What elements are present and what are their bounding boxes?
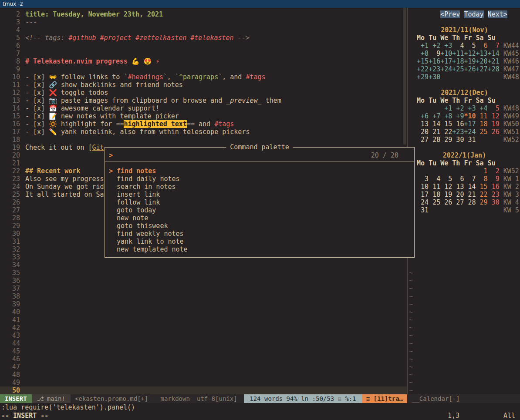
palette-item[interactable]: goto thisweek — [105, 222, 414, 230]
palette-item[interactable]: insert link — [105, 191, 414, 198]
calendar-day[interactable]: 31 — [417, 206, 429, 214]
editor-line[interactable]: 5<!-- tags: #github #project #zettelkast… — [0, 34, 407, 42]
calendar-day[interactable]: 6 — [452, 175, 464, 183]
editor-line[interactable]: 41 — [0, 316, 407, 324]
calendar-day[interactable]: +6 — [417, 112, 429, 120]
editor-line[interactable]: 3--- — [0, 18, 407, 26]
calendar-day[interactable]: 1 — [476, 167, 488, 175]
calendar-day[interactable]: +29 — [417, 73, 429, 81]
editor-line[interactable]: 17- [x] ✏️ yank notelink, also from wthi… — [0, 128, 407, 136]
editor-line[interactable]: 40 — [0, 308, 407, 316]
calendar-day[interactable]: +20 — [476, 57, 488, 65]
editor-line[interactable]: 44 — [0, 339, 407, 347]
calendar-day[interactable]: +17 — [440, 57, 452, 65]
editor-line[interactable]: 38 — [0, 292, 407, 300]
calendar-day[interactable]: 5 — [464, 42, 476, 50]
calendar-day[interactable]: +3 — [440, 42, 452, 50]
calendar-day[interactable]: 30 — [488, 198, 500, 206]
calendar-day[interactable]: 25 — [476, 128, 488, 136]
editor-line[interactable]: 10- [x] 👐 follow links to `#headings`, `… — [0, 73, 407, 81]
editor-line[interactable]: 11- [x] 🔗 show backlinks and friend note… — [0, 81, 407, 89]
editor-line[interactable]: 18 — [0, 136, 407, 144]
calendar-day[interactable]: 14 — [464, 183, 476, 191]
calendar-day[interactable]: +26 — [464, 65, 476, 73]
calendar-day[interactable]: +1 — [417, 42, 429, 50]
calendar-day[interactable]: 16 — [452, 120, 464, 128]
calendar-day[interactable]: 31 — [464, 136, 476, 144]
calendar-day[interactable]: *10 — [464, 112, 476, 120]
calendar-day[interactable]: 13 — [417, 120, 429, 128]
calendar-day[interactable]: +11 — [452, 50, 464, 57]
palette-item[interactable]: yank link to note — [105, 238, 414, 245]
calendar-day[interactable]: +12 — [464, 50, 476, 57]
calendar-day[interactable]: 11 — [476, 112, 488, 120]
calendar-day[interactable]: +15 — [417, 57, 429, 65]
calendar-day[interactable]: 20 — [452, 191, 464, 198]
calendar-day[interactable]: +14 — [488, 50, 500, 57]
calendar-day[interactable]: 19 — [440, 191, 452, 198]
editor-line[interactable]: 45 — [0, 347, 407, 355]
calendar-day[interactable]: +4 — [476, 104, 488, 112]
calendar-day[interactable]: +24 — [440, 65, 452, 73]
calendar-day[interactable]: 9 — [429, 50, 440, 57]
calendar-day[interactable]: +2 — [452, 104, 464, 112]
editor-line[interactable]: 13- [x] 📷 paste images from clipboard or… — [0, 97, 407, 104]
calendar-day[interactable]: 22 — [476, 191, 488, 198]
editor-line[interactable]: 6 — [0, 42, 407, 50]
calendar-day[interactable]: 3 — [417, 175, 429, 183]
calendar-day[interactable]: 16 — [488, 183, 500, 191]
editor-line[interactable]: 46 — [0, 355, 407, 363]
calendar-day[interactable]: 22 — [440, 128, 452, 136]
calendar-day[interactable]: 8 — [476, 175, 488, 183]
calendar-day[interactable]: 5 — [440, 175, 452, 183]
calendar-day[interactable]: +27 — [476, 65, 488, 73]
calendar-day[interactable]: 4 — [452, 42, 464, 50]
palette-item[interactable]: > find notes — [105, 167, 414, 175]
calendar-day[interactable]: 13 — [452, 183, 464, 191]
editor-line[interactable]: 47 — [0, 363, 407, 371]
editor-line[interactable]: 50 — [0, 386, 407, 394]
editor-line[interactable]: 48 — [0, 371, 407, 379]
calendar-day[interactable]: +23 — [429, 65, 440, 73]
editor-line[interactable]: 2title: Tuesday, November 23th, 2021 — [0, 10, 407, 18]
calendar-day[interactable]: +7 — [429, 112, 440, 120]
calendar-day[interactable]: 12 — [440, 183, 452, 191]
calendar-day[interactable]: 25 — [429, 198, 440, 206]
calendar-day[interactable]: 7 — [488, 42, 500, 50]
editor-line[interactable]: 14- [x] 📅 awesome calendar support! — [0, 104, 407, 112]
calendar-day[interactable]: 28 — [464, 198, 476, 206]
calendar-day[interactable]: +18 — [452, 57, 464, 65]
editor-line[interactable]: 9 — [0, 65, 407, 73]
calendar-day[interactable]: 6 — [476, 42, 488, 50]
calendar-day[interactable]: 28 — [429, 136, 440, 144]
calendar-day[interactable]: +21 — [488, 57, 500, 65]
editor-line[interactable]: 4 — [0, 26, 407, 34]
editor-line[interactable]: 15- [x] 📝 new notes with template picker — [0, 112, 407, 120]
editor-line[interactable]: 12- [x] ❌ toggle todos — [0, 89, 407, 97]
calendar-day[interactable]: 12 — [488, 112, 500, 120]
calendar-day[interactable]: 29 — [476, 198, 488, 206]
calendar-day[interactable]: 17 — [417, 191, 429, 198]
calendar-day[interactable]: 19 — [488, 120, 500, 128]
palette-item[interactable]: follow link — [105, 198, 414, 206]
calendar-day[interactable]: +16 — [429, 57, 440, 65]
calendar-day[interactable]: +23 — [452, 128, 464, 136]
editor-line[interactable]: 35 — [0, 269, 407, 277]
calendar-day[interactable]: 9 — [488, 175, 500, 183]
calendar-day[interactable]: +10 — [440, 50, 452, 57]
calendar-day[interactable]: +25 — [452, 65, 464, 73]
calendar-day[interactable]: 18 — [476, 120, 488, 128]
palette-item[interactable]: find weekly notes — [105, 230, 414, 238]
calendar-day[interactable]: +22 — [417, 65, 429, 73]
palette-item[interactable]: find daily notes — [105, 175, 414, 183]
calendar-day[interactable]: +8 — [440, 112, 452, 120]
palette-prompt-input[interactable]: > 20 / 20 — [105, 151, 414, 159]
calendar-day[interactable]: 21 — [429, 128, 440, 136]
calendar-day[interactable]: 30 — [452, 136, 464, 144]
calendar-day[interactable]: 27 — [452, 198, 464, 206]
calendar-day[interactable]: 18 — [429, 191, 440, 198]
calendar-day[interactable]: +17 — [464, 120, 476, 128]
calendar-day[interactable]: 15 — [476, 183, 488, 191]
calendar-day[interactable]: 26 — [440, 198, 452, 206]
calendar-day[interactable]: 27 — [417, 136, 429, 144]
